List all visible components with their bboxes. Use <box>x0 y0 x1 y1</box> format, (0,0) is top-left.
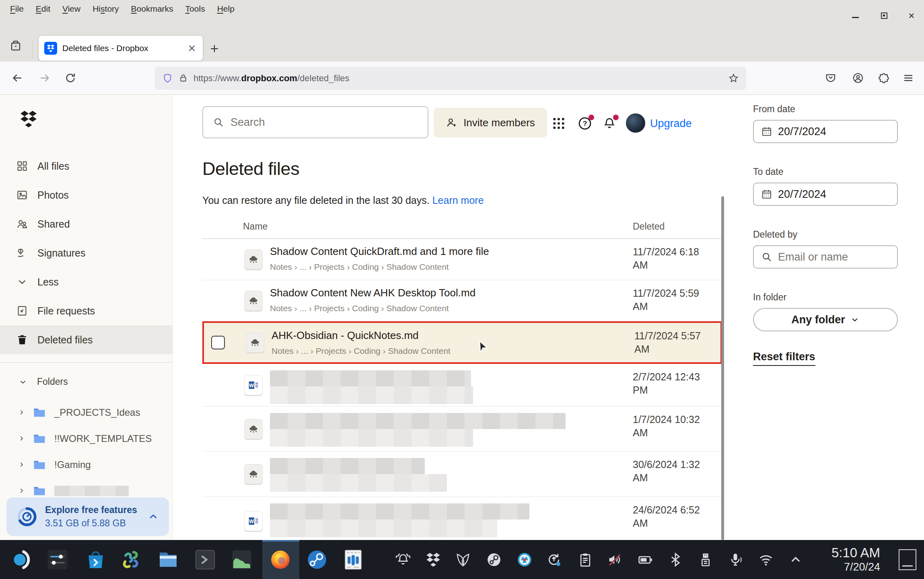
browser-tab[interactable]: Deleted files - Dropbox <box>39 36 203 61</box>
file-row[interactable]: 1/7/2024 10:32 AM <box>202 407 722 452</box>
clipboard-icon[interactable] <box>577 552 593 568</box>
volume-muted-icon[interactable] <box>607 552 623 568</box>
storage-card[interactable]: Explore free features 3.51 GB of 5.88 GB <box>6 497 169 536</box>
wheel-icon[interactable] <box>517 552 533 568</box>
browser-menubar: FileEditViewHistoryBookmarksToolsHelp <box>0 0 924 18</box>
learn-more-link[interactable]: Learn more <box>432 195 484 206</box>
sidebar-item-shared[interactable]: Shared <box>0 209 173 238</box>
taskbar-clock[interactable]: 5:10 AM 7/20/24 <box>816 545 880 573</box>
menu-file[interactable]: File <box>4 2 30 15</box>
apps-grid-icon[interactable] <box>551 116 566 131</box>
folders-section-toggle[interactable]: Folders <box>19 376 68 387</box>
steam-tray-icon[interactable] <box>486 552 502 568</box>
shared-icon <box>16 218 28 230</box>
https-lock-icon[interactable] <box>178 73 188 83</box>
folder-filter-value: Any folder <box>791 314 845 326</box>
sidebar-item-deleted-files[interactable]: Deleted files <box>0 325 173 354</box>
monitor-icon[interactable] <box>230 548 253 571</box>
close-window-button[interactable] <box>908 12 915 19</box>
sidebar-item-file-requests[interactable]: File requests <box>0 296 173 325</box>
expand-icon[interactable] <box>788 552 804 568</box>
bookmark-star-icon[interactable] <box>728 73 739 84</box>
reload-icon[interactable] <box>64 72 76 84</box>
new-tab-button[interactable] <box>208 43 220 55</box>
tweaks-icon[interactable] <box>46 548 69 571</box>
notifications-bell-icon[interactable] <box>602 116 617 131</box>
row-checkbox[interactable] <box>211 336 225 349</box>
menu-view[interactable]: View <box>56 2 86 15</box>
svg-text:W: W <box>249 518 254 524</box>
show-desktop-button[interactable] <box>899 549 916 570</box>
from-date-input[interactable] <box>778 125 920 138</box>
terminal-icon[interactable] <box>194 548 216 571</box>
url-text: https://www.dropbox.com/deleted_files <box>193 73 350 84</box>
maximize-button[interactable] <box>879 10 889 21</box>
file-row[interactable]: W24/6/2024 6:52 AM <box>202 497 722 540</box>
bluetooth-icon[interactable] <box>667 552 683 568</box>
column-header-name[interactable]: Name <box>243 221 268 232</box>
sidebar-folder[interactable]: !Gaming <box>0 452 173 478</box>
sidebar-item-signatures[interactable]: Signatures <box>0 238 173 267</box>
sidebar-item-photos[interactable]: Photos <box>0 181 173 209</box>
deleted-by-input[interactable] <box>778 251 920 263</box>
file-row[interactable]: Shadow Content QuickDraft.md and 1 more … <box>202 239 722 280</box>
firefox-view-icon[interactable] <box>8 38 23 53</box>
usb-icon[interactable] <box>698 552 714 568</box>
wifi-icon[interactable] <box>758 552 774 568</box>
menu-help[interactable]: Help <box>211 2 241 15</box>
menu-history[interactable]: History <box>86 2 125 15</box>
user-avatar[interactable] <box>626 113 645 133</box>
from-date-field[interactable] <box>753 120 898 143</box>
menu-tools[interactable]: Tools <box>179 2 211 15</box>
battery-icon[interactable] <box>637 552 653 568</box>
file-row[interactable]: Shadow Content New AHK Desktop Tool.mdNo… <box>202 280 722 322</box>
menu-bookmarks[interactable]: Bookmarks <box>125 2 179 15</box>
search-box[interactable] <box>202 106 428 138</box>
audio-icon[interactable] <box>342 548 364 571</box>
back-icon[interactable] <box>11 72 23 84</box>
microphone-icon[interactable] <box>727 552 743 568</box>
file-row[interactable]: 30/6/2024 1:32 AM <box>202 452 722 497</box>
file-row[interactable]: W2/7/2024 12:43 PM <box>202 364 722 407</box>
sidebar-folder[interactable]: _PROJECTS_Ideas <box>0 399 173 425</box>
dropbox-tray-icon[interactable] <box>425 552 441 568</box>
deleted-by-field[interactable] <box>753 245 898 269</box>
sidebar-item-all-files[interactable]: All files <box>0 152 173 181</box>
column-header-deleted[interactable]: Deleted <box>633 221 665 232</box>
extensions-puzzle-icon[interactable] <box>878 72 890 84</box>
launcher-icon[interactable] <box>11 548 33 571</box>
sidebar-item-label: Photos <box>37 189 69 201</box>
invite-members-button[interactable]: Invite members <box>434 108 547 138</box>
pocket-icon[interactable] <box>825 72 837 84</box>
search-input[interactable] <box>230 116 418 129</box>
leaf-icon[interactable] <box>455 552 471 568</box>
upgrade-link[interactable]: Upgrade <box>650 117 692 130</box>
account-icon[interactable] <box>852 72 864 84</box>
files-icon[interactable] <box>157 548 179 571</box>
minimize-button[interactable] <box>850 10 860 21</box>
dropbox-logo-icon[interactable] <box>18 109 39 129</box>
to-date-input[interactable] <box>778 188 920 201</box>
play-icon[interactable] <box>119 548 142 571</box>
collapse-chevron-up-icon[interactable] <box>147 511 159 523</box>
sidebar-item-less[interactable]: Less <box>0 267 173 296</box>
help-icon[interactable]: ? <box>577 116 593 131</box>
close-tab-icon[interactable] <box>187 43 197 53</box>
folder-filter-dropdown[interactable]: Any folder <box>753 308 898 331</box>
steam-icon[interactable] <box>306 548 328 571</box>
menu-edit[interactable]: Edit <box>30 2 56 15</box>
notifications-icon[interactable] <box>395 552 411 568</box>
sidebar-folder[interactable]: !!WORK_TEMPLATES <box>0 425 173 452</box>
url-bar[interactable]: https://www.dropbox.com/deleted_files <box>155 67 746 90</box>
menu-hamburger-icon[interactable] <box>902 72 914 84</box>
vertical-scrollbar[interactable] <box>721 196 724 540</box>
file-row[interactable]: AHK-Obsidian - QuickNotes.mdNotes › ... … <box>202 321 722 364</box>
tracking-protection-shield-icon[interactable] <box>162 73 173 84</box>
firefox-icon[interactable] <box>269 548 292 571</box>
to-date-field[interactable] <box>753 183 898 206</box>
chevron-right-icon <box>18 487 25 495</box>
sync-icon[interactable] <box>546 552 562 568</box>
forward-icon[interactable] <box>39 72 51 84</box>
reset-filters-link[interactable]: Reset filters <box>753 351 815 366</box>
store-icon[interactable] <box>84 548 107 571</box>
